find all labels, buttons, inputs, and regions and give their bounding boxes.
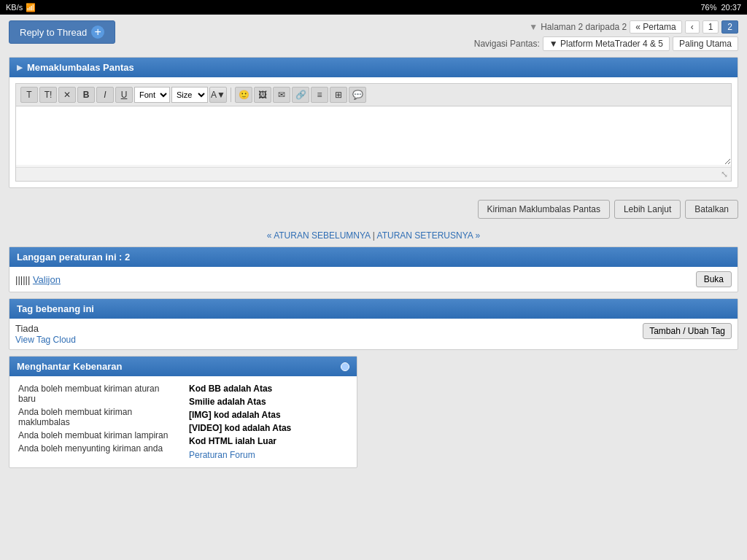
menghantar-left: Anda boleh membuat kiriman aturan baru A…: [18, 384, 177, 460]
reply-to-thread-button[interactable]: Reply to Thread +: [9, 20, 115, 44]
tags-body: Tiada View Tag Cloud Tambah / Ubah Tag: [9, 319, 738, 349]
toolbar-email-btn[interactable]: ✉: [273, 87, 290, 103]
subscriber-header-title: Langgan peraturan ini : 2: [17, 252, 130, 262]
platform-nav-label: ▼ Platform MetaTrader 4 & 5: [549, 39, 663, 49]
editor-resize-handle: ⤡: [16, 167, 731, 181]
menghantar-body: Anda boleh membuat kiriman aturan baru A…: [9, 376, 357, 467]
code-1: Smilie adalah Atas: [189, 397, 348, 407]
page-info-text: Halaman 2 daripada 2: [541, 22, 627, 32]
reply-panel-header: ▶ Memaklumbalas Pantas: [9, 58, 738, 77]
nav-links: « ATURAN SEBELUMNYA | ATURAN SETERUSNYA …: [9, 225, 738, 246]
tags-panel: Tag bebenang ini Tiada View Tag Cloud Ta…: [9, 298, 738, 350]
status-bar-right: 76% 20:37: [700, 3, 741, 12]
toolbar-smile-btn[interactable]: 🙂: [235, 87, 252, 103]
signal-icon: 📶: [26, 3, 36, 12]
cancel-button[interactable]: Batalkan: [685, 200, 738, 219]
add-tag-button[interactable]: Tambah / Ubah Tag: [643, 323, 732, 339]
no-tags-label: Tiada: [15, 323, 76, 334]
editor-textarea[interactable]: [16, 106, 731, 165]
toolbar-format-btn[interactable]: T!: [39, 87, 57, 103]
font-select[interactable]: Font: [134, 87, 170, 103]
status-kb: KB/s: [6, 3, 23, 12]
page-info: ▼ Halaman 2 daripada 2 « Pertama ‹ 1 2: [474, 20, 738, 34]
status-bar-left: KB/s 📶: [6, 3, 36, 12]
main-container: Reply to Thread + ▼ Halaman 2 daripada 2…: [0, 15, 747, 474]
tags-content: Tiada View Tag Cloud: [15, 323, 76, 345]
subscriber-prefix: ||||||: [15, 274, 30, 285]
toolbar-clear-btn[interactable]: ✕: [58, 87, 76, 103]
status-bar: KB/s 📶 76% 20:37: [0, 0, 747, 15]
first-page-link[interactable]: « Pertama: [630, 20, 681, 34]
prev-page-link[interactable]: ‹: [685, 20, 700, 34]
rule-2: Anda boleh membuat kiriman maklumbalas: [18, 407, 177, 427]
nav-label: Navigasi Pantas:: [474, 39, 540, 49]
menghantar-header: Menghantar Kebenaran: [9, 357, 357, 376]
page-1-link[interactable]: 1: [703, 20, 719, 34]
editor-toolbar: T T! ✕ B I U Font Size A▼ 🙂 🖼: [16, 84, 731, 106]
code-2: [IMG] kod adalah Atas: [189, 410, 348, 420]
code-0: Kod BB adalah Atas: [189, 384, 348, 394]
size-select[interactable]: Size: [171, 87, 208, 103]
reply-header-arrow: ▶: [17, 63, 23, 71]
open-subscriber-button[interactable]: Buka: [696, 271, 732, 287]
toolbar-color-btn[interactable]: A▼: [209, 87, 227, 103]
subscriber-info: |||||| Valijon: [15, 274, 61, 285]
editor-container: T T! ✕ B I U Font Size A▼ 🙂 🖼: [15, 83, 732, 182]
rule-1: Anda boleh membuat kiriman aturan baru: [18, 384, 177, 404]
plus-icon: +: [91, 26, 104, 39]
dot-icon: [341, 362, 349, 371]
more-options-button[interactable]: Lebih Lanjut: [614, 200, 681, 219]
reply-panel: ▶ Memaklumbalas Pantas T T! ✕ B I U Font: [9, 57, 738, 188]
toolbar-underline-btn[interactable]: U: [115, 87, 133, 103]
reply-panel-body: T T! ✕ B I U Font Size A▼ 🙂 🖼: [9, 77, 738, 187]
tags-header-title: Tag bebenang ini: [17, 303, 94, 314]
view-tag-cloud-link[interactable]: View Tag Cloud: [15, 335, 76, 345]
subscriber-row: |||||| Valijon Buka: [9, 267, 738, 292]
bottom-panels: Menghantar Kebenaran Anda boleh membuat …: [9, 356, 738, 468]
subscriber-panel: Langgan peraturan ini : 2 |||||| Valijon…: [9, 246, 738, 292]
toolbar-bold-btn[interactable]: B: [77, 87, 95, 103]
rule-3: Anda boleh membuat kiriman lampiran: [18, 430, 177, 440]
rule-4: Anda boleh menyunting kiriman anda: [18, 443, 177, 454]
code-4: Kod HTML ialah Luar: [189, 436, 348, 446]
top-bar: Reply to Thread + ▼ Halaman 2 daripada 2…: [9, 20, 738, 51]
next-aturan-link[interactable]: ATURAN SETERUSNYA »: [377, 230, 481, 241]
page-dropdown-arrow: ▼: [529, 22, 538, 32]
toolbar-divider-1: [231, 88, 231, 102]
toolbar-table-btn[interactable]: ⊞: [330, 87, 347, 103]
menghantar-right: Kod BB adalah Atas Smilie adalah Atas [I…: [189, 384, 348, 460]
menghantar-title: Menghantar Kebenaran: [17, 361, 122, 372]
utama-nav-label: Paling Utama: [679, 39, 732, 49]
battery-level: 76%: [700, 3, 716, 12]
top-right: ▼ Halaman 2 daripada 2 « Pertama ‹ 1 2 N…: [474, 20, 738, 51]
toolbar-img-btn[interactable]: 🖼: [254, 87, 271, 103]
toolbar-list-btn[interactable]: ≡: [311, 87, 328, 103]
menghantar-panel: Menghantar Kebenaran Anda boleh membuat …: [9, 356, 357, 468]
reply-header-title: Memaklumbalas Pantas: [27, 62, 134, 73]
toolbar-code-btn[interactable]: 💬: [349, 87, 366, 103]
utama-nav-button[interactable]: Paling Utama: [673, 36, 738, 51]
time-display: 20:37: [721, 3, 741, 12]
platform-nav-dropdown[interactable]: ▼ Platform MetaTrader 4 & 5: [543, 36, 670, 51]
nav-row: Navigasi Pantas: ▼ Platform MetaTrader 4…: [474, 36, 738, 51]
code-3: [VIDEO] kod adalah Atas: [189, 423, 348, 433]
reply-button-label: Reply to Thread: [20, 27, 87, 38]
prev-aturan-link[interactable]: « ATURAN SEBELUMNYA: [267, 230, 371, 241]
subscriber-panel-header: Langgan peraturan ini : 2: [9, 247, 738, 267]
tags-panel-header: Tag bebenang ini: [9, 299, 738, 319]
toolbar-source-btn[interactable]: T: [20, 87, 38, 103]
subscriber-name-link[interactable]: Valijon: [33, 274, 61, 285]
toolbar-link-btn[interactable]: 🔗: [292, 87, 309, 103]
action-row: Kiriman Maklumbalas Pantas Lebih Lanjut …: [9, 194, 738, 225]
peraturan-forum-link[interactable]: Peraturan Forum: [189, 450, 255, 460]
page-2-link[interactable]: 2: [721, 20, 738, 34]
toolbar-italic-btn[interactable]: I: [96, 87, 114, 103]
submit-reply-button[interactable]: Kiriman Maklumbalas Pantas: [478, 200, 610, 219]
